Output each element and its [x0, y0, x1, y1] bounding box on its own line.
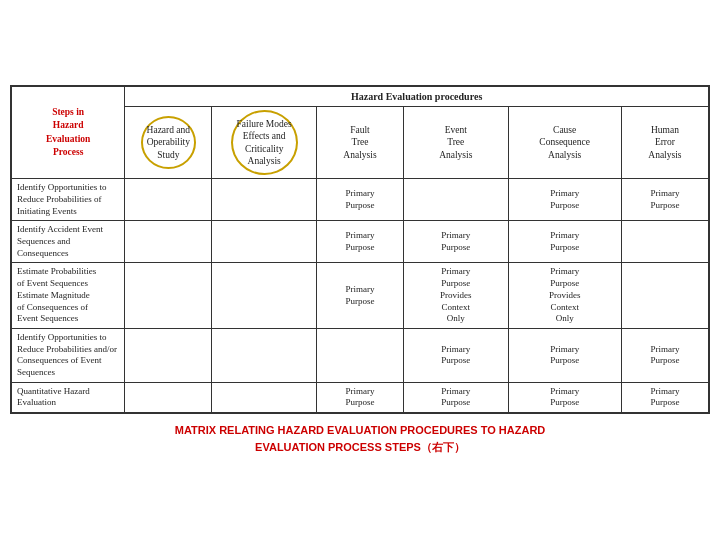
main-table: Steps in Hazard Evaluation Process Hazar… [11, 86, 709, 413]
row4-fmeca [212, 328, 317, 382]
row1-haz-op [125, 179, 212, 221]
row-label-5: Quantitative Hazard Evaluation [12, 382, 125, 412]
table-row: Quantitative Hazard Evaluation PrimaryPu… [12, 382, 709, 412]
row2-hea [621, 221, 708, 263]
row-label-4: Identify Opportunities to Reduce Probabi… [12, 328, 125, 382]
row3-fmeca [212, 263, 317, 328]
row4-eta: PrimaryPurpose [404, 328, 509, 382]
table-row: Identify Accident Event Sequences and Co… [12, 221, 709, 263]
row3-hea [621, 263, 708, 328]
row2-cca: PrimaryPurpose [508, 221, 621, 263]
row5-cca: PrimaryPurpose [508, 382, 621, 412]
row1-hea: PrimaryPurpose [621, 179, 708, 221]
col-header-haz-op: Hazard and Operability Study [125, 106, 212, 178]
row1-eta [404, 179, 509, 221]
row2-fta: PrimaryPurpose [316, 221, 403, 263]
fmeca-circle: Failure Modes Effects and Criticality An… [231, 110, 298, 175]
row4-cca: PrimaryPurpose [508, 328, 621, 382]
page-container: Steps in Hazard Evaluation Process Hazar… [10, 85, 710, 455]
table-row: Identify Opportunities to Reduce Probabi… [12, 328, 709, 382]
row2-haz-op [125, 221, 212, 263]
col-header-eta: Event Tree Analysis [404, 106, 509, 178]
row-label-1: Identify Opportunities to Reduce Probabi… [12, 179, 125, 221]
table-row: Estimate Probabilitiesof Event Sequences… [12, 263, 709, 328]
steps-header: Steps in Hazard Evaluation Process [12, 86, 125, 178]
row-label-2: Identify Accident Event Sequences and Co… [12, 221, 125, 263]
row5-haz-op [125, 382, 212, 412]
caption-line2: EVALUATION PROCESS STEPS（右下） [175, 439, 546, 456]
row1-cca: PrimaryPurpose [508, 179, 621, 221]
caption: MATRIX RELATING HAZARD EVALUATION PROCED… [175, 422, 546, 455]
row5-hea: PrimaryPurpose [621, 382, 708, 412]
haz-op-circle: Hazard and Operability Study [141, 116, 197, 169]
row4-hea: PrimaryPurpose [621, 328, 708, 382]
row1-fmeca [212, 179, 317, 221]
row4-fta [316, 328, 403, 382]
row1-fta: PrimaryPurpose [316, 179, 403, 221]
row-label-3: Estimate Probabilitiesof Event Sequences… [12, 263, 125, 328]
row5-fmeca [212, 382, 317, 412]
hazard-eval-header: Hazard Evaluation procedures [125, 86, 709, 106]
col-header-fmeca: Failure Modes Effects and Criticality An… [212, 106, 317, 178]
row3-fta: PrimaryPurpose [316, 263, 403, 328]
col-header-fta: Fault Tree Analysis [316, 106, 403, 178]
table-row: Identify Opportunities to Reduce Probabi… [12, 179, 709, 221]
col-header-hea: Human Error Analysis [621, 106, 708, 178]
row3-eta: PrimaryPurposeProvidesContextOnly [404, 263, 509, 328]
row2-eta: PrimaryPurpose [404, 221, 509, 263]
row2-fmeca [212, 221, 317, 263]
row5-eta: PrimaryPurpose [404, 382, 509, 412]
caption-line1: MATRIX RELATING HAZARD EVALUATION PROCED… [175, 422, 546, 439]
row4-haz-op [125, 328, 212, 382]
row3-cca: PrimaryPurposeProvidesContextOnly [508, 263, 621, 328]
row5-fta: PrimaryPurpose [316, 382, 403, 412]
col-header-cca: Cause Consequence Analysis [508, 106, 621, 178]
row3-haz-op [125, 263, 212, 328]
table-wrapper: Steps in Hazard Evaluation Process Hazar… [10, 85, 710, 414]
